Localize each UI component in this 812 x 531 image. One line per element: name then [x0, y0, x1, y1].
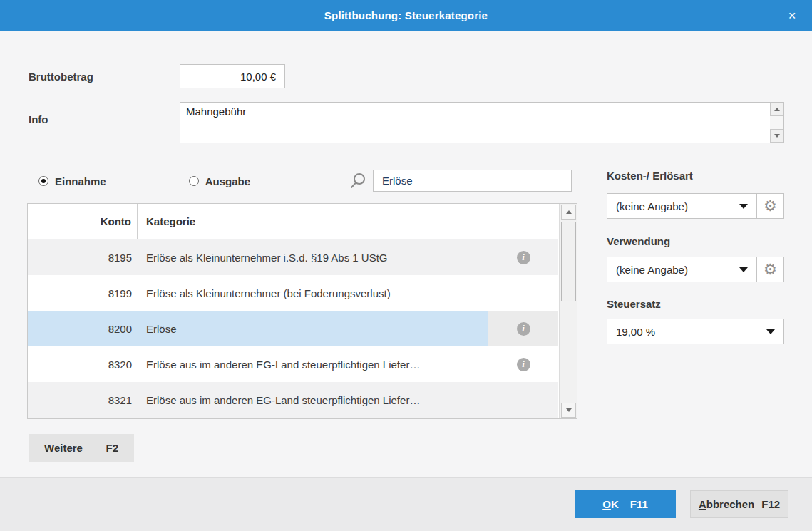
weitere-button-label: Weitere [44, 442, 83, 454]
scrollbar-thumb[interactable] [561, 222, 576, 301]
cell-kategorie[interactable]: Erlöse aus im anderen EG-Land steuerpfli… [138, 382, 488, 418]
info-field[interactable]: Mahngebühr [180, 103, 769, 143]
radio-ausgabe[interactable]: Ausgabe [189, 175, 250, 187]
cell-info: i [488, 239, 558, 275]
verwendung-value[interactable]: (keine Angabe) [607, 257, 739, 282]
scroll-up-button[interactable] [770, 103, 783, 116]
table-row-selected[interactable]: 8200 Erlöse i [28, 311, 577, 346]
cell-kategorie[interactable]: Erlöse als Kleinunternehmer i.S.d. §19 A… [138, 239, 488, 275]
cell-info: i [488, 311, 558, 346]
cell-kategorie[interactable]: Erlöse [138, 311, 488, 346]
scroll-up-button[interactable] [561, 205, 576, 220]
triangle-down-icon [774, 134, 780, 138]
dialog-titlebar: Splittbuchung: Steuerkategorie ✕ [0, 0, 812, 31]
verwendung-label: Verwendung [607, 235, 670, 247]
search-input[interactable] [373, 170, 572, 192]
radio-einnahme-label: Einnahme [55, 175, 106, 187]
type-radio-group: Einnahme Ausgabe [38, 175, 250, 187]
weitere-button[interactable]: Weitere F2 [29, 434, 134, 462]
ok-button[interactable]: OK F11 [575, 490, 676, 518]
triangle-down-icon [566, 408, 572, 412]
ok-button-label: OK [602, 498, 619, 510]
cell-konto[interactable]: 8320 [28, 346, 138, 382]
radio-unselected-icon [189, 176, 199, 186]
table-header: Konto Kategorie [28, 204, 577, 239]
kostenart-label: Kosten-/ Erlösart [607, 170, 693, 182]
category-table: Konto Kategorie 8195 Erlöse als Kleinunt… [27, 203, 577, 419]
table-row[interactable]: 8321 Erlöse aus im anderen EG-Land steue… [28, 382, 577, 418]
cell-kategorie[interactable]: Erlöse als Kleinunternehmer (bei Foderun… [138, 275, 488, 311]
cell-info: i [488, 346, 558, 382]
chevron-down-icon[interactable] [739, 204, 748, 209]
steuersatz-label: Steuersatz [607, 298, 661, 310]
verwendung-settings-button[interactable]: ⚙ [756, 257, 783, 282]
kostenart-settings-button[interactable]: ⚙ [756, 194, 783, 218]
abbrechen-button[interactable]: Abbrechen F12 [690, 490, 788, 518]
abbrechen-shortcut: F12 [761, 498, 780, 510]
chevron-down-icon[interactable] [766, 329, 775, 334]
table-row[interactable]: 8320 Erlöse aus im anderen EG-Land steue… [28, 346, 577, 382]
chevron-down-icon[interactable] [739, 267, 748, 272]
cell-info [488, 382, 558, 418]
radio-einnahme[interactable]: Einnahme [38, 175, 106, 187]
cell-konto[interactable]: 8195 [28, 239, 138, 275]
bruttobetrag-field[interactable] [180, 64, 285, 88]
weitere-shortcut: F2 [106, 442, 118, 454]
cell-konto[interactable]: 8200 [28, 311, 138, 346]
close-icon[interactable]: ✕ [781, 0, 803, 31]
scroll-down-button[interactable] [561, 403, 576, 418]
cell-info [488, 275, 558, 311]
cell-konto[interactable]: 8321 [28, 382, 138, 418]
info-label: Info [29, 113, 48, 125]
triangle-up-icon [566, 210, 572, 214]
radio-selected-icon [38, 176, 48, 186]
kostenart-dropdown: (keine Angabe) ⚙ [607, 193, 784, 219]
info-field-wrap: Mahngebühr [180, 102, 784, 143]
cell-kategorie[interactable]: Erlöse aus im anderen EG-Land steuerpfli… [138, 346, 488, 382]
scroll-down-button[interactable] [770, 129, 783, 143]
search-icon [349, 172, 367, 190]
gear-icon: ⚙ [764, 197, 777, 215]
ok-shortcut: F11 [630, 498, 648, 510]
info-icon[interactable]: i [517, 358, 530, 371]
table-scrollbar[interactable] [559, 204, 577, 418]
cell-konto[interactable]: 8199 [28, 275, 138, 311]
table-row[interactable]: 8195 Erlöse als Kleinunternehmer i.S.d. … [28, 239, 577, 275]
column-header-info [488, 204, 558, 239]
info-icon[interactable]: i [517, 251, 530, 264]
gear-icon: ⚙ [764, 261, 777, 278]
verwendung-dropdown: (keine Angabe) ⚙ [607, 257, 784, 282]
info-scrollbar[interactable] [770, 103, 783, 143]
table-row[interactable]: 8199 Erlöse als Kleinunternehmer (bei Fo… [28, 275, 577, 311]
steuersatz-dropdown: 19,00 % [607, 319, 784, 344]
info-icon[interactable]: i [517, 322, 530, 336]
radio-ausgabe-label: Ausgabe [205, 175, 250, 187]
bruttobetrag-label: Bruttobetrag [29, 71, 93, 83]
steuersatz-value[interactable]: 19,00 % [607, 319, 766, 344]
triangle-up-icon [774, 108, 780, 111]
abbrechen-button-label: Abbrechen [699, 498, 754, 510]
column-header-kategorie[interactable]: Kategorie [138, 204, 488, 239]
kostenart-value[interactable]: (keine Angabe) [607, 194, 739, 218]
column-header-konto[interactable]: Konto [28, 204, 138, 239]
dialog-title: Splittbuchung: Steuerkategorie [324, 9, 488, 21]
